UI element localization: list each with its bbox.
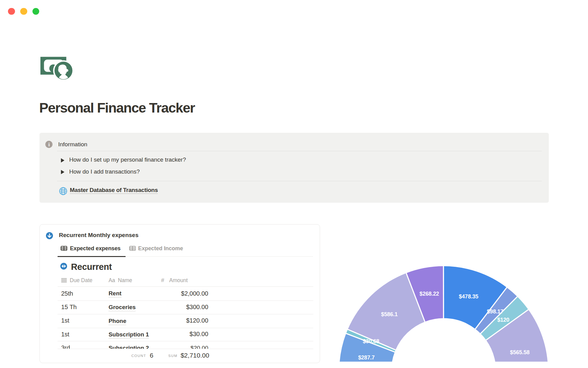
svg-text:$287.7: $287.7: [358, 355, 375, 361]
svg-text:$30.68: $30.68: [363, 338, 379, 344]
svg-text:$586.1: $586.1: [381, 311, 398, 317]
svg-text:$98.17: $98.17: [487, 309, 503, 315]
svg-text:$268.22: $268.22: [420, 291, 439, 297]
svg-text:$565.58: $565.58: [510, 349, 530, 355]
svg-text:$120: $120: [497, 317, 509, 323]
svg-text:$478.35: $478.35: [459, 293, 478, 300]
